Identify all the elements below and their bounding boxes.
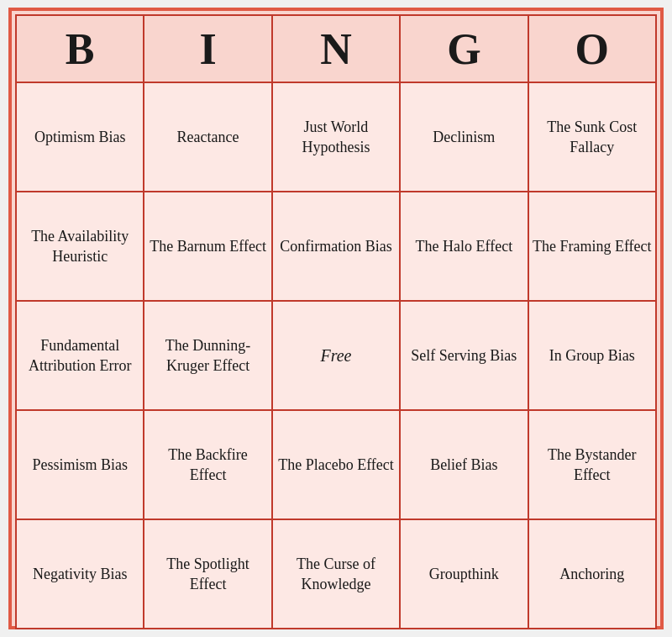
cell-5-5: Anchoring [528, 519, 656, 629]
row-3: Fundamental Attribution Error The Dunnin… [16, 301, 656, 410]
cell-1-3: Just World Hypothesis [272, 82, 400, 192]
cell-5-1: Negativity Bias [16, 519, 144, 629]
cell-4-4: Belief Bias [400, 410, 528, 519]
cell-5-2: The Spotlight Effect [144, 519, 271, 629]
row-1: Optimism Bias Reactance Just World Hypot… [16, 82, 656, 192]
cell-4-2: The Backfire Effect [144, 410, 271, 519]
row-4: Pessimism Bias The Backfire Effect The P… [16, 410, 656, 519]
cell-1-2: Reactance [144, 82, 271, 192]
cell-4-1: Pessimism Bias [16, 410, 144, 519]
cell-3-5: In Group Bias [528, 301, 656, 410]
cell-4-3: The Placebo Effect [272, 410, 400, 519]
header-n: N [272, 15, 400, 82]
cell-2-5: The Framing Effect [528, 192, 656, 301]
cell-1-4: Declinism [400, 82, 528, 192]
cell-5-4: Groupthink [400, 519, 528, 629]
cell-2-1: The Availability Heuristic [16, 192, 144, 301]
header-g: G [400, 15, 528, 82]
row-5: Negativity Bias The Spotlight Effect The… [16, 519, 656, 629]
cell-1-5: The Sunk Cost Fallacy [528, 82, 656, 192]
cell-3-3: Free [272, 301, 400, 410]
header-o: O [528, 15, 656, 82]
cell-4-5: The Bystander Effect [528, 410, 656, 519]
cell-2-3: Confirmation Bias [272, 192, 400, 301]
header-row: B I N G O [16, 15, 656, 82]
cell-3-2: The Dunning-Kruger Effect [144, 301, 271, 410]
cell-2-2: The Barnum Effect [144, 192, 271, 301]
cell-1-1: Optimism Bias [16, 82, 144, 192]
header-i: I [144, 15, 271, 82]
bingo-card: B I N G O Optimism Bias Reactance Just W… [8, 8, 664, 629]
cell-2-4: The Halo Effect [400, 192, 528, 301]
cell-5-3: The Curse of Knowledge [272, 519, 400, 629]
bingo-table: B I N G O Optimism Bias Reactance Just W… [15, 14, 657, 629]
cell-3-4: Self Serving Bias [400, 301, 528, 410]
cell-3-1: Fundamental Attribution Error [16, 301, 144, 410]
row-2: The Availability Heuristic The Barnum Ef… [16, 192, 656, 301]
header-b: B [16, 15, 144, 82]
